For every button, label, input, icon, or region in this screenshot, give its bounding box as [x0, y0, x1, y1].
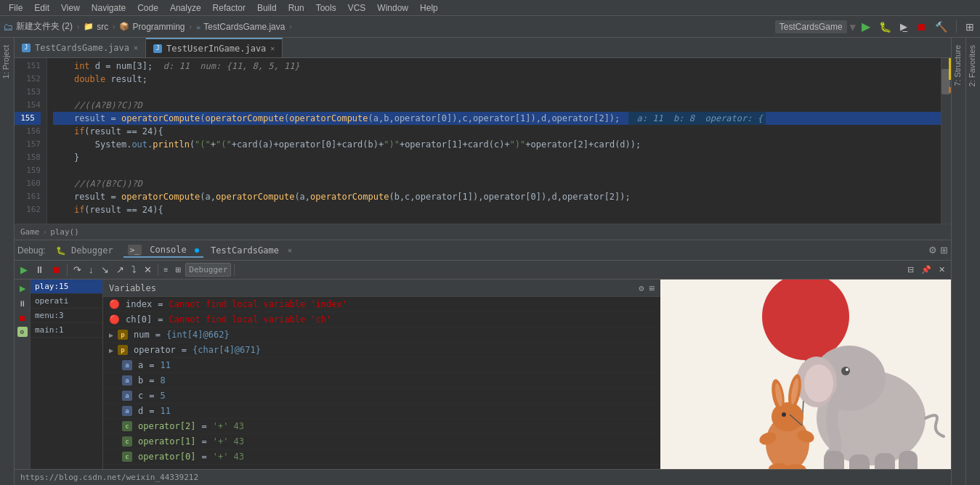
code-line-157: System. out . println ( "(" + "(" +card(…	[53, 138, 941, 151]
menu-window[interactable]: Window	[371, 1, 414, 15]
line-num-162: 162	[15, 203, 41, 216]
toolbar-sep	[956, 20, 957, 33]
debug-icon-special[interactable]: ⚙	[17, 327, 28, 337]
resume-button[interactable]: ▶	[17, 263, 31, 277]
code-content[interactable]: int d = num[3]; d: 11 num: {11, 8, 5, 11…	[47, 58, 941, 224]
debug-panel: Debug: 🐛 Debugger >_ Console TestCardsGa…	[15, 240, 951, 485]
var-item-operator0: c operator[0] = '+' 43	[103, 449, 660, 465]
frame-play[interactable]: play:15	[31, 280, 102, 294]
status-url[interactable]: https://blog.csdn.net/weixin_44339212	[20, 473, 198, 482]
var-item-b: a b = 8	[103, 373, 660, 388]
step-into-button[interactable]: ↓	[86, 263, 97, 277]
run-with-coverage-button[interactable]: ▶̲	[897, 20, 910, 33]
step-out-button[interactable]: ↗	[113, 263, 127, 277]
file-icon: ☕	[196, 22, 201, 31]
variables-settings-icon[interactable]: ⚙ ⊞	[639, 283, 655, 293]
evaluate-button[interactable]: ✕	[141, 263, 155, 277]
project-panel-label[interactable]: 1: Project	[0, 38, 14, 86]
stop-icon-btn[interactable]: ⏹	[17, 312, 28, 324]
breadcrumb-project: 新建文件夹 (2)	[16, 20, 73, 33]
debug-right-buttons: ⊟ 📌 ✕	[904, 264, 948, 276]
debugger-tab-btn[interactable]: Debugger	[185, 263, 231, 277]
run-config-name[interactable]: TestCardsGame	[775, 20, 847, 33]
var-item-operator[interactable]: ▶ p operator = {char[4]@671}	[103, 343, 660, 358]
editor-tabs: J TestCardsGame.java ✕ J TestUserInGame.…	[15, 38, 951, 58]
line-num-157: 157	[15, 138, 41, 151]
build-button[interactable]: 🔨	[932, 20, 950, 34]
frame-main-label: main:1	[35, 325, 64, 335]
menu-vcs[interactable]: VCS	[342, 1, 372, 15]
debug-close[interactable]: ✕	[288, 246, 292, 254]
menu-code[interactable]: Code	[131, 1, 164, 15]
run-button[interactable]: ▶	[859, 18, 873, 35]
frame-main[interactable]: main:1	[31, 323, 102, 338]
frames-button[interactable]: ≡	[161, 264, 171, 275]
frame-menu-label: menu:3	[35, 311, 64, 320]
expand-icon-num[interactable]: ▶	[109, 331, 113, 339]
stop-button[interactable]: ⏹	[913, 20, 929, 34]
right-structure-bar: 7: Structure	[951, 38, 965, 485]
menu-file[interactable]: File	[3, 1, 28, 15]
pause-button[interactable]: ⏸	[32, 263, 47, 277]
var-type-icon-d: a	[122, 406, 132, 416]
var-item-num[interactable]: ▶ p num = {int[4]@662}	[103, 327, 660, 343]
menu-refactor[interactable]: Refactor	[207, 1, 251, 15]
status-bar: https://blog.csdn.net/weixin_44339212	[15, 469, 951, 485]
close-debug-panel-button[interactable]: ✕	[936, 264, 948, 276]
debug-settings-button[interactable]: ⚙	[928, 245, 937, 256]
frame-menu[interactable]: menu:3	[31, 309, 102, 323]
editor-scrollbar[interactable]	[941, 58, 951, 224]
tab-testuseringame[interactable]: J TestUserInGame.java ✕	[146, 38, 283, 57]
left-project-bar: 1: Project	[0, 38, 15, 485]
run-controls: TestCardsGame ▼ ▶ 🐛 ▶̲ ⏹ 🔨 ⊞	[775, 18, 977, 35]
run-to-cursor-button[interactable]: ⤵	[129, 263, 139, 277]
menu-run[interactable]: Run	[283, 1, 310, 15]
menu-navigate[interactable]: Navigate	[86, 1, 131, 15]
variables-title: Variables	[109, 283, 156, 293]
step-into-my-code-button[interactable]: ↘	[98, 263, 112, 277]
pin-button[interactable]: 📌	[918, 264, 934, 276]
menu-view[interactable]: View	[55, 1, 86, 15]
variables-panel: Variables ⚙ ⊞ 🔴 index = Cannot find loca…	[103, 280, 660, 469]
pause-icon-btn[interactable]: ⏸	[17, 298, 28, 309]
scroll-marker-2	[949, 87, 951, 93]
restore-layout-button[interactable]: ⊟	[904, 264, 917, 276]
code-line-154: //((A?B)?C)?D	[53, 99, 941, 112]
favorites-panel-label[interactable]: 2: Favorites	[966, 38, 980, 94]
step-over-button[interactable]: ↷	[70, 263, 84, 277]
breadcrumb-game: Game	[20, 227, 40, 237]
tab-icon-1: J	[153, 44, 162, 53]
frame-op-label: operati	[35, 296, 68, 306]
tab-close-0[interactable]: ✕	[134, 44, 138, 52]
frame-operatorcompute[interactable]: operati	[31, 294, 102, 309]
svg-rect-11	[899, 451, 918, 470]
watch-button[interactable]: ⊞	[172, 264, 184, 275]
code-line-153	[53, 86, 941, 99]
debug-tab-debugger[interactable]: 🐛 Debugger	[52, 244, 118, 257]
line-num-161: 161	[15, 190, 41, 203]
structure-panel-label[interactable]: 7: Structure	[952, 38, 965, 94]
expand-icon-operator[interactable]: ▶	[109, 346, 113, 354]
tab-testcardsgame[interactable]: J TestCardsGame.java ✕	[15, 38, 146, 57]
debug-tab-console[interactable]: >_ Console	[123, 243, 203, 258]
debug-expand-button[interactable]: ⊞	[940, 245, 948, 256]
svg-point-5	[804, 364, 833, 402]
menu-analyze[interactable]: Analyze	[164, 1, 207, 15]
menu-help[interactable]: Help	[414, 1, 444, 15]
app-window: File Edit View Navigate Code Analyze Ref…	[0, 0, 980, 485]
debug-left-bar: ▶ ⏸ ⏹ ⚙	[15, 280, 31, 469]
breadcrumb: 🗂 新建文件夹 (2) › 📁 src › 📦 Programming › ☕ …	[3, 20, 774, 33]
debug-toolbar: ▶ ⏸ ⏹ ↷ ↓ ↘ ↗ ⤵ ✕ ≡ ⊞ Debugger	[15, 261, 951, 280]
tab-close-1[interactable]: ✕	[270, 44, 275, 52]
stop-debug-button[interactable]: ⏹	[49, 263, 64, 277]
menu-edit[interactable]: Edit	[28, 1, 55, 15]
config-chevron[interactable]: ▼	[850, 21, 856, 33]
var-type-icon-num: p	[118, 330, 128, 340]
var-type-icon-b: a	[122, 375, 132, 386]
resume-icon-btn[interactable]: ▶	[18, 282, 27, 295]
layout-button[interactable]: ⊞	[963, 20, 977, 34]
menu-build[interactable]: Build	[251, 1, 283, 15]
debug-button[interactable]: 🐛	[876, 20, 894, 34]
menu-tools[interactable]: Tools	[310, 1, 342, 15]
debug-sep2	[158, 264, 158, 276]
